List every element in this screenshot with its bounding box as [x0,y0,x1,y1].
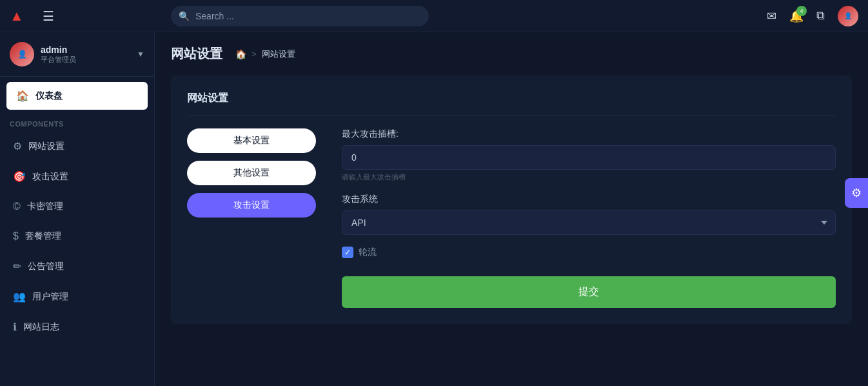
avatar[interactable]: 👤 [838,6,858,26]
settings-form: 最大攻击插槽: 请输入最大攻击插槽 攻击系统 API 本地 混合 [342,128,836,308]
settings-layout: 基本设置 其他设置 攻击设置 最大攻击插槽: 请输入最大攻击插槽 攻击系统 AP… [187,128,836,308]
card-management-label: 卡密管理 [27,201,63,212]
attack-system-label: 攻击系统 [342,194,836,205]
checkbox-check-icon: ✓ [344,248,351,257]
submit-button[interactable]: 提交 [342,276,836,308]
components-section-label: COMPONENTS [0,115,154,131]
carousel-checkbox[interactable]: ✓ [342,247,353,258]
floating-settings-button[interactable]: ⚙ [845,178,868,208]
settings-card-title: 网站设置 [187,92,836,116]
tab-attack-settings[interactable]: 攻击设置 [187,193,316,218]
attack-settings-label: 攻击设置 [32,171,68,183]
search-container: 🔍 [171,6,429,26]
sidebar-item-user-management[interactable]: 👥 用户管理 [3,283,151,310]
sidebar-item-announcement[interactable]: ✏ 公告管理 [3,252,151,280]
user-section: 👤 admin 平台管理员 ▼ [0,32,154,77]
breadcrumb: 🏠 > 网站设置 [235,48,295,60]
user-dropdown-icon[interactable]: ▼ [137,50,144,59]
hamburger-button[interactable]: ☰ [43,8,54,24]
breadcrumb-home-icon[interactable]: 🏠 [235,49,246,59]
announcement-icon: ✏ [13,260,21,272]
page-header: 网站设置 🏠 > 网站设置 [171,45,852,63]
avatar-image: 👤 [838,6,858,26]
breadcrumb-current: 网站设置 [262,48,295,60]
user-role: 平台管理员 [41,55,76,65]
main-layout: 👤 admin 平台管理员 ▼ 🏠 仪表盘 COMPONENTS ⚙ 网站设置 … [0,32,868,386]
notification-button[interactable]: 🔔 4 [789,9,804,23]
dashboard-icon: 🏠 [16,90,29,102]
settings-tabs: 基本设置 其他设置 攻击设置 [187,128,316,308]
max-attack-hint: 请输入最大攻击插槽 [342,172,836,182]
search-icon: 🔍 [179,11,190,21]
header-actions: ✉ 🔔 4 ⧉ 👤 [767,6,858,26]
user-avatar: 👤 [10,42,34,66]
package-management-icon: $ [13,230,19,242]
sidebar-item-dashboard[interactable]: 🏠 仪表盘 [6,82,148,110]
user-management-label: 用户管理 [32,291,68,303]
user-management-icon: 👥 [13,290,26,303]
mail-button[interactable]: ✉ [767,9,776,23]
website-settings-label: 网站设置 [28,141,64,152]
announcement-label: 公告管理 [28,261,64,272]
card-management-icon: © [13,201,21,212]
dashboard-label: 仪表盘 [35,90,63,102]
sidebar-item-card-management[interactable]: © 卡密管理 [3,193,151,220]
notification-badge: 4 [796,6,807,16]
sidebar: 👤 admin 平台管理员 ▼ 🏠 仪表盘 COMPONENTS ⚙ 网站设置 … [0,32,155,386]
logo-icon: ▲ [10,8,23,25]
attack-system-select[interactable]: API 本地 混合 [342,210,836,235]
content-area: 网站设置 🏠 > 网站设置 网站设置 基本设置 其他设置 攻击设置 [155,32,868,386]
attack-system-group: 攻击系统 API 本地 混合 [342,194,836,235]
carousel-group: ✓ 轮流 [342,247,836,258]
site-log-icon: ℹ [13,321,17,333]
floating-settings-icon: ⚙ [851,187,862,199]
tab-basic-settings[interactable]: 基本设置 [187,128,316,153]
tab-other-settings[interactable]: 其他设置 [187,161,316,185]
site-log-label: 网站日志 [23,321,59,333]
page-title: 网站设置 [171,45,222,63]
user-info: admin 平台管理员 [41,45,76,65]
settings-card: 网站设置 基本设置 其他设置 攻击设置 最大攻击插槽: 请输入最大攻击插槽 [171,76,852,324]
max-attack-input[interactable] [342,145,836,170]
carousel-label: 轮流 [359,247,377,258]
layers-button[interactable]: ⧉ [816,9,825,23]
user-name: admin [41,45,76,55]
package-management-label: 套餐管理 [25,230,61,242]
sidebar-item-website-settings[interactable]: ⚙ 网站设置 [3,132,151,160]
sidebar-item-site-log[interactable]: ℹ 网站日志 [3,313,151,341]
website-settings-icon: ⚙ [13,140,22,152]
logo-area: ▲ ☰ [10,8,164,25]
header: ▲ ☰ 🔍 ✉ 🔔 4 ⧉ 👤 [0,0,868,32]
max-attack-group: 最大攻击插槽: 请输入最大攻击插槽 [342,128,836,182]
attack-settings-icon: 🎯 [13,170,26,183]
sidebar-item-attack-settings[interactable]: 🎯 攻击设置 [3,163,151,190]
breadcrumb-separator: > [252,49,257,59]
max-attack-label: 最大攻击插槽: [342,128,836,140]
sidebar-item-package-management[interactable]: $ 套餐管理 [3,223,151,250]
search-input[interactable] [171,6,429,26]
